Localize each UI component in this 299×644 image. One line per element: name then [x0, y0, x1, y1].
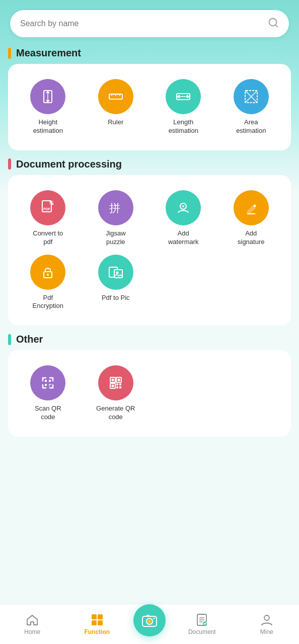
main-content: Measurement Heightestimation: [0, 0, 299, 495]
area-estimation-label: Areaestimation: [236, 118, 266, 135]
height-estimation-label: Heightestimation: [33, 118, 63, 135]
area-estimation-item[interactable]: Areaestimation: [219, 79, 283, 135]
function-icon: [91, 613, 104, 626]
svg-rect-31: [45, 384, 47, 386]
pdf-to-pic-item[interactable]: Pdf to Pic: [84, 255, 148, 311]
svg-rect-52: [146, 615, 150, 617]
svg-point-22: [182, 205, 184, 207]
home-icon: [26, 613, 39, 626]
document-processing-header: Document processing: [8, 158, 291, 170]
pdf-encryption-label: PdfEncryption: [33, 294, 63, 311]
svg-point-51: [148, 619, 152, 623]
svg-rect-18: [49, 201, 53, 205]
measurement-grid: Heightestimation Ruler: [16, 74, 283, 140]
camera-button[interactable]: [133, 604, 166, 636]
svg-rect-45: [92, 614, 97, 619]
convert-to-pdf-icon-bg: PDF: [30, 190, 65, 225]
add-watermark-label: Addwatermark: [168, 229, 199, 247]
height-estimation-item[interactable]: Heightestimation: [16, 79, 80, 135]
nav-home-label: Home: [24, 628, 40, 635]
add-watermark-item[interactable]: Addwatermark: [152, 190, 215, 247]
jigsaw-puzzle-item[interactable]: 拼 Jigsawpuzzle: [84, 190, 148, 247]
pdf-to-pic-label: Pdf to Pic: [102, 294, 130, 302]
svg-point-58: [203, 621, 207, 625]
svg-rect-39: [117, 379, 120, 381]
nav-camera[interactable]: [129, 604, 170, 645]
svg-text:拼: 拼: [109, 202, 120, 214]
svg-point-53: [154, 617, 155, 619]
measurement-section: Heightestimation Ruler: [8, 64, 291, 150]
scan-qr-icon-bg: [30, 365, 65, 400]
height-estimation-icon-bg: [30, 79, 65, 114]
svg-rect-41: [116, 383, 118, 385]
convert-to-pdf-label: Convert topdf: [33, 229, 63, 247]
svg-rect-48: [98, 620, 103, 625]
svg-rect-46: [98, 614, 103, 619]
area-estimation-icon-bg: [234, 79, 269, 114]
svg-rect-27: [114, 270, 122, 278]
nav-home[interactable]: Home: [0, 613, 65, 635]
scan-qr-code-item[interactable]: Scan QRcode: [16, 365, 80, 422]
svg-line-1: [275, 25, 277, 27]
document-processing-section: PDF Convert topdf 拼 Jigsawpuzzle: [8, 175, 291, 326]
length-estimation-icon-bg: [166, 79, 201, 114]
other-title: Other: [16, 334, 43, 345]
document-indicator: [8, 158, 11, 170]
other-section: Scan QRcode: [8, 350, 291, 437]
jigsaw-puzzle-label: Jigsawpuzzle: [106, 229, 126, 247]
search-bar[interactable]: [10, 10, 289, 37]
jigsaw-puzzle-icon-bg: 拼: [98, 190, 133, 225]
scan-qr-code-label: Scan QRcode: [35, 405, 61, 422]
svg-rect-47: [92, 620, 97, 625]
pdf-encryption-icon-bg: [30, 255, 65, 290]
other-header: Other: [8, 334, 291, 345]
bottom-nav: Home Function: [0, 604, 299, 644]
add-signature-item[interactable]: Addsignature: [219, 190, 283, 247]
nav-document-label: Document: [188, 628, 216, 635]
document-processing-title: Document processing: [16, 158, 122, 170]
search-bar-wrapper: [0, 0, 299, 42]
generate-qr-code-label: Generate QRcode: [96, 405, 135, 422]
svg-rect-44: [119, 386, 121, 388]
pdf-encryption-item[interactable]: PdfEncryption: [16, 255, 80, 311]
convert-to-pdf-item[interactable]: PDF Convert topdf: [16, 190, 80, 247]
mine-icon: [260, 613, 273, 626]
nav-mine[interactable]: Mine: [235, 613, 300, 635]
svg-rect-29: [45, 380, 47, 382]
camera-icon: [141, 612, 158, 629]
svg-rect-40: [111, 385, 114, 387]
other-indicator: [8, 334, 11, 345]
pdf-to-pic-icon-bg: [98, 255, 133, 290]
svg-point-25: [47, 274, 49, 276]
search-input[interactable]: [20, 19, 263, 28]
measurement-header: Measurement: [8, 47, 291, 59]
svg-rect-33: [50, 384, 51, 385]
length-estimation-label: Lengthestimation: [169, 118, 198, 135]
measurement-title: Measurement: [16, 47, 81, 59]
svg-point-59: [264, 615, 269, 620]
ruler-item[interactable]: Ruler: [84, 79, 148, 135]
generate-qr-code-item[interactable]: Generate QRcode: [84, 365, 148, 422]
other-grid: Scan QRcode: [16, 360, 283, 427]
add-signature-label: Addsignature: [238, 229, 264, 247]
svg-text:PDF: PDF: [43, 207, 51, 211]
svg-rect-32: [49, 384, 50, 385]
nav-function-label: Function: [84, 628, 110, 635]
svg-rect-42: [119, 383, 121, 385]
document-icon: [195, 613, 208, 626]
ruler-label: Ruler: [108, 118, 123, 127]
document-processing-grid: PDF Convert topdf 拼 Jigsawpuzzle: [16, 185, 283, 316]
add-signature-icon-bg: [234, 190, 269, 225]
svg-rect-43: [116, 386, 118, 388]
nav-mine-label: Mine: [260, 628, 273, 635]
length-estimation-item[interactable]: Lengthestimation: [152, 79, 215, 135]
svg-rect-34: [49, 385, 50, 386]
svg-rect-38: [111, 379, 114, 381]
nav-function[interactable]: Function: [65, 613, 130, 635]
svg-rect-30: [49, 380, 51, 382]
generate-qr-icon-bg: [98, 365, 133, 400]
search-icon: [268, 17, 279, 30]
nav-document[interactable]: Document: [170, 613, 235, 635]
measurement-indicator: [8, 48, 11, 59]
ruler-icon-bg: [98, 79, 133, 114]
